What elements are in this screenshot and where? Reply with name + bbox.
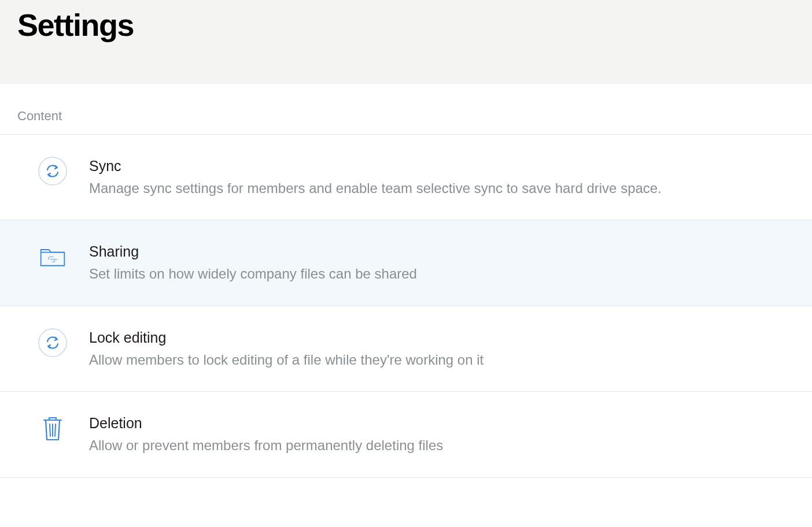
page-title: Settings	[17, 7, 795, 43]
folder-link-icon	[38, 242, 67, 271]
setting-text: Lock editing Allow members to lock editi…	[89, 328, 795, 369]
section-label-content: Content	[0, 84, 812, 135]
setting-row-sync[interactable]: Sync Manage sync settings for members an…	[0, 135, 812, 220]
setting-title: Sync	[89, 158, 795, 175]
setting-title: Lock editing	[89, 329, 795, 346]
setting-text: Deletion Allow or prevent members from p…	[89, 414, 795, 455]
setting-desc: Set limits on how widely company files c…	[89, 265, 795, 283]
setting-desc: Manage sync settings for members and ena…	[89, 179, 795, 198]
sync-icon	[38, 328, 67, 357]
setting-row-lock-editing[interactable]: Lock editing Allow members to lock editi…	[0, 306, 812, 392]
setting-text: Sharing Set limits on how widely company…	[89, 242, 795, 283]
setting-text: Sync Manage sync settings for members an…	[89, 157, 795, 198]
svg-point-0	[39, 157, 67, 185]
settings-header: Settings	[0, 0, 812, 84]
setting-desc: Allow members to lock editing of a file …	[89, 351, 795, 369]
setting-title: Sharing	[89, 243, 795, 260]
setting-title: Deletion	[89, 415, 795, 432]
setting-desc: Allow or prevent members from permanentl…	[89, 436, 795, 455]
trash-icon	[38, 414, 67, 443]
setting-row-deletion[interactable]: Deletion Allow or prevent members from p…	[0, 392, 812, 477]
sync-icon	[38, 157, 67, 185]
setting-row-sharing[interactable]: Sharing Set limits on how widely company…	[0, 220, 812, 306]
svg-point-1	[39, 329, 67, 357]
